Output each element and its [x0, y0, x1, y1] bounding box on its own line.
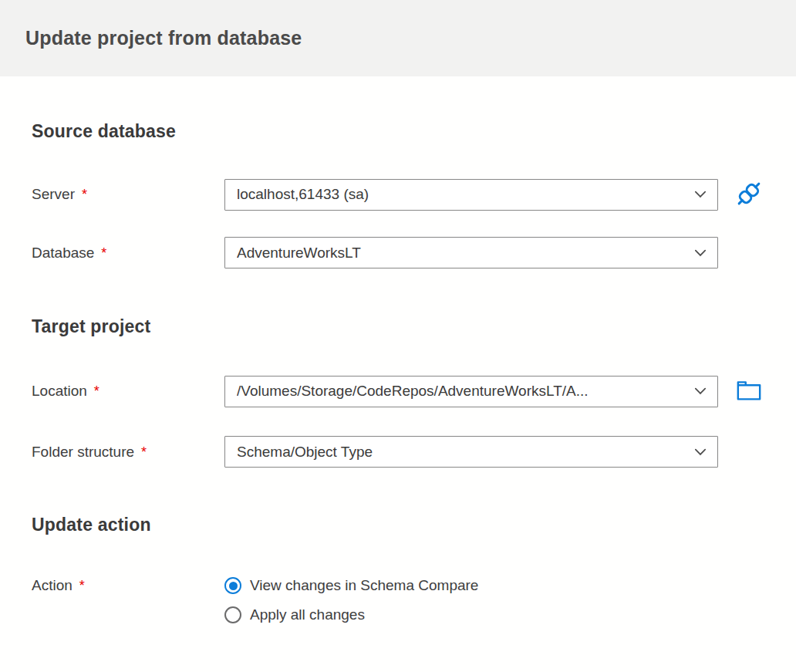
action-label: Action * [32, 577, 224, 594]
browse-folder-button[interactable] [732, 374, 766, 408]
required-asterisk: * [101, 246, 106, 260]
chevron-down-icon [693, 187, 707, 201]
server-label: Server * [32, 186, 224, 203]
chevron-down-icon [693, 384, 707, 398]
section-title-source-database: Source database [32, 121, 781, 142]
radio-button-icon[interactable] [224, 577, 241, 594]
chevron-down-icon [693, 445, 707, 459]
radio-option-view-changes-label: View changes in Schema Compare [250, 577, 478, 594]
dialog-title: Update project from database [25, 27, 302, 49]
radio-option-view-changes[interactable]: View changes in Schema Compare [224, 577, 478, 594]
database-dropdown[interactable]: AdventureWorksLT [224, 237, 718, 268]
folder-structure-dropdown-value: Schema/Object Type [237, 444, 686, 461]
dialog-body: Source database Server * localhost,61433… [0, 121, 796, 623]
location-field-row: Location * /Volumes/Storage/CodeRepos/Ad… [32, 374, 781, 408]
required-asterisk: * [79, 579, 85, 593]
required-asterisk: * [94, 384, 100, 398]
server-dropdown-value: localhost,61433 (sa) [237, 186, 686, 203]
database-dropdown-value: AdventureWorksLT [237, 245, 686, 262]
database-label: Database * [32, 245, 224, 262]
required-asterisk: * [82, 187, 87, 201]
folder-icon [736, 379, 762, 404]
folder-structure-field-row: Folder structure * Schema/Object Type [32, 436, 781, 468]
chevron-down-icon [693, 246, 707, 260]
radio-button-icon[interactable] [224, 606, 241, 623]
database-field-row: Database * AdventureWorksLT [32, 237, 781, 268]
radio-option-apply-all[interactable]: Apply all changes [224, 606, 478, 623]
action-radio-group: View changes in Schema Compare Apply all… [224, 576, 478, 623]
section-title-update-action: Update action [32, 515, 781, 535]
location-label: Location * [32, 383, 224, 400]
location-dropdown[interactable]: /Volumes/Storage/CodeRepos/AdventureWork… [224, 376, 718, 407]
server-field-row: Server * localhost,61433 (sa) [32, 177, 781, 211]
radio-option-apply-all-label: Apply all changes [250, 606, 365, 623]
location-dropdown-value: /Volumes/Storage/CodeRepos/AdventureWork… [237, 383, 686, 400]
folder-structure-label: Folder structure * [32, 444, 224, 461]
dialog-header: Update project from database [0, 0, 796, 76]
folder-structure-dropdown[interactable]: Schema/Object Type [224, 436, 718, 468]
plug-icon [733, 177, 765, 212]
action-field-row: Action * View changes in Schema Compare … [32, 576, 781, 623]
section-title-target-project: Target project [32, 316, 781, 337]
server-dropdown[interactable]: localhost,61433 (sa) [224, 179, 718, 211]
connect-to-server-button[interactable] [732, 177, 766, 211]
required-asterisk: * [141, 445, 147, 459]
